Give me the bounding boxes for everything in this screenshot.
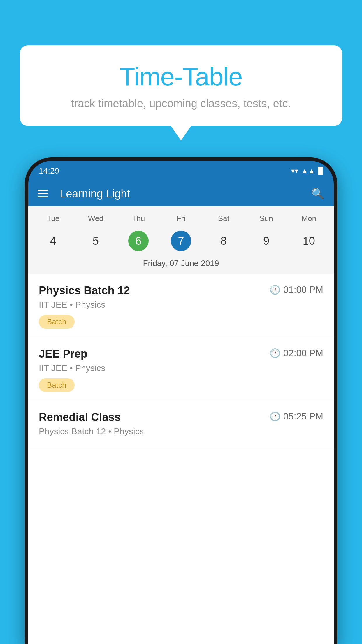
date-number-10: 10 [299,231,319,251]
date-6[interactable]: 6 [117,228,160,254]
status-icons: ▾▾ ▲▲ ▉ [291,167,323,175]
class-name-1: Physics Batch 12 [39,284,265,297]
class-sub-1: IIT JEE • Physics [39,300,323,310]
date-number-5: 5 [85,231,106,251]
date-9[interactable]: 9 [245,228,287,254]
app-title: Learning Light [60,188,303,200]
batch-tag-2: Batch [39,378,75,392]
class-card-jee-prep[interactable]: JEE Prep 🕐 02:00 PM IIT JEE • Physics Ba… [28,337,334,400]
screen-content: Tue Wed Thu Fri Sat Sun Mon 4 5 [28,206,334,644]
day-tue: Tue [32,212,74,225]
batch-tag-1: Batch [39,315,75,329]
app-bar: Learning Light 🔍 [28,181,334,206]
class-time-1: 🕐 01:00 PM [270,284,323,295]
clock-icon-1: 🕐 [270,285,280,295]
class-time-2: 🕐 02:00 PM [270,348,323,358]
status-bar: 14:29 ▾▾ ▲▲ ▉ [28,161,334,181]
date-number-8: 8 [213,231,234,251]
tooltip-title: Time-Table [34,63,328,91]
date-number-6-today: 6 [128,231,149,251]
day-mon: Mon [288,212,330,225]
class-sub-3: Physics Batch 12 • Physics [39,426,323,436]
card-top-row-3: Remedial Class 🕐 05:25 PM [39,411,323,424]
date-4[interactable]: 4 [32,228,74,254]
card-top-row-2: JEE Prep 🕐 02:00 PM [39,348,323,360]
card-top-row-1: Physics Batch 12 🕐 01:00 PM [39,284,323,297]
date-number-9: 9 [256,231,277,251]
date-10[interactable]: 10 [288,228,330,254]
class-card-remedial[interactable]: Remedial Class 🕐 05:25 PM Physics Batch … [28,400,334,450]
date-number-4: 4 [43,231,63,251]
tooltip-card: Time-Table track timetable, upcoming cla… [20,45,342,126]
status-time: 14:29 [39,166,59,176]
date-7[interactable]: 7 [160,228,202,254]
class-time-3: 🕐 05:25 PM [270,411,323,422]
class-name-3: Remedial Class [39,411,265,424]
calendar-section: Tue Wed Thu Fri Sat Sun Mon 4 5 [28,206,334,274]
day-wed: Wed [74,212,117,225]
class-card-physics-batch[interactable]: Physics Batch 12 🕐 01:00 PM IIT JEE • Ph… [28,274,334,337]
phone-frame: 14:29 ▾▾ ▲▲ ▉ Learning Light 🔍 Tue [25,158,337,644]
day-sat: Sat [202,212,245,225]
clock-icon-2: 🕐 [270,348,280,358]
class-name-2: JEE Prep [39,348,265,360]
date-8[interactable]: 8 [202,228,245,254]
hamburger-menu-button[interactable] [38,190,48,197]
day-thu: Thu [117,212,160,225]
day-fri: Fri [160,212,202,225]
clock-icon-3: 🕐 [270,411,280,421]
day-sun: Sun [245,212,287,225]
class-sub-2: IIT JEE • Physics [39,363,323,373]
signal-icon: ▲▲ [301,167,315,175]
date-number-7-selected: 7 [171,231,191,251]
cards-container: Physics Batch 12 🕐 01:00 PM IIT JEE • Ph… [28,274,334,450]
phone-screen: 14:29 ▾▾ ▲▲ ▉ Learning Light 🔍 Tue [28,161,334,644]
day-headers: Tue Wed Thu Fri Sat Sun Mon [28,212,334,225]
battery-icon: ▉ [318,167,323,175]
date-5[interactable]: 5 [74,228,117,254]
tooltip-subtitle: track timetable, upcoming classes, tests… [34,97,328,110]
date-row: 4 5 6 7 8 9 [28,228,334,254]
search-button[interactable]: 🔍 [311,188,324,200]
selected-date-label: Friday, 07 June 2019 [28,254,334,274]
wifi-icon: ▾▾ [291,167,298,175]
